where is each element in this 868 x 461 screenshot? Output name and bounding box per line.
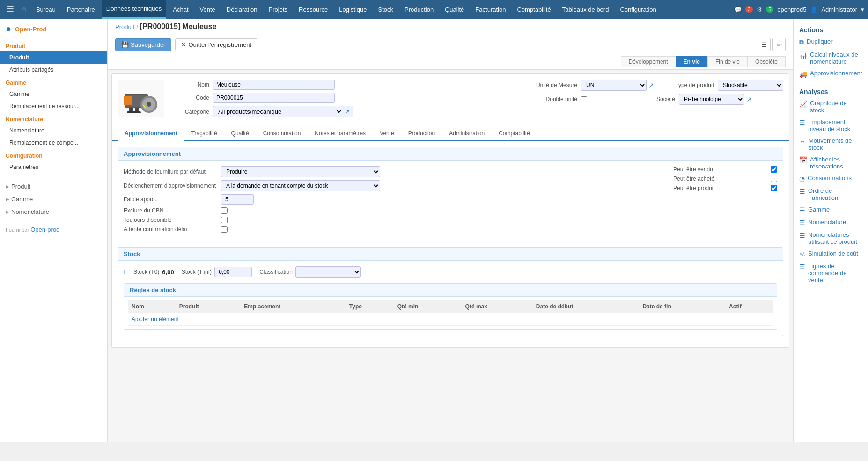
calc-icon: 📊 bbox=[799, 51, 807, 59]
navbar-stock[interactable]: Stock bbox=[373, 0, 398, 19]
navbar-bureau[interactable]: Bureau bbox=[31, 0, 60, 19]
societe-select[interactable]: Pi-Technologie bbox=[679, 94, 744, 105]
close-icon: ✕ bbox=[181, 41, 186, 48]
tab-consommation[interactable]: Consommation bbox=[256, 126, 308, 141]
attente-checkbox[interactable] bbox=[221, 226, 228, 233]
peut-produit-checkbox[interactable] bbox=[771, 185, 777, 191]
sidebar-item-remplacement-ressource[interactable]: Remplacement de ressour... bbox=[0, 100, 107, 112]
navbar-ressource[interactable]: Ressource bbox=[294, 0, 332, 19]
nom-input[interactable] bbox=[213, 80, 335, 90]
sidebar-group-gamme[interactable]: ▶ Gamme bbox=[0, 193, 107, 205]
tab-administration[interactable]: Administration bbox=[442, 126, 492, 141]
home-icon[interactable]: ⌂ bbox=[19, 5, 29, 15]
analyse-graphique[interactable]: 📈 Graphique de stock bbox=[794, 97, 868, 116]
toujours-label: Toujours disponible bbox=[124, 217, 217, 223]
chat-icon[interactable]: 💬 bbox=[734, 6, 742, 13]
navbar-donnees[interactable]: Données techniques bbox=[102, 0, 167, 19]
peut-vendu-checkbox[interactable] bbox=[771, 166, 777, 173]
classification-label: Classification bbox=[259, 269, 293, 275]
product-form: Nom Code Catégorie All products/mecaniqu… bbox=[111, 73, 789, 348]
unite-external-link[interactable]: ↗ bbox=[648, 81, 654, 89]
list-view-button[interactable]: ☰ bbox=[758, 38, 771, 51]
analyse-nomenclature[interactable]: ☰ Nomenclature bbox=[794, 216, 868, 229]
navbar-logistique[interactable]: Logistique bbox=[334, 0, 371, 19]
action-approvisionnement[interactable]: 🚚 Approvisionnement bbox=[794, 67, 868, 80]
status-obsolete[interactable]: Obsolète bbox=[747, 56, 786, 67]
analyse-gamme[interactable]: ☰ Gamme bbox=[794, 204, 868, 216]
navbar-tableaux[interactable]: Tableaux de bord bbox=[558, 0, 614, 19]
exclure-checkbox[interactable] bbox=[221, 207, 228, 214]
double-unite-checkbox[interactable] bbox=[581, 96, 587, 102]
navbar-production[interactable]: Production bbox=[400, 0, 438, 19]
navbar-vente[interactable]: Vente bbox=[195, 0, 220, 19]
categorie-external-link[interactable]: ↗ bbox=[345, 108, 350, 116]
declenchement-select[interactable]: A la demande en tenant compte du stock S… bbox=[221, 180, 380, 191]
sidebar-item-nomenclature[interactable]: Nomenclature bbox=[0, 124, 107, 137]
footer-link[interactable]: Open-prod bbox=[30, 226, 59, 233]
navbar-configuration[interactable]: Configuration bbox=[615, 0, 661, 19]
analyse-simulation[interactable]: ⚖ Simulation de coût bbox=[794, 248, 868, 260]
peut-achete-checkbox[interactable] bbox=[771, 176, 777, 182]
stock-tinf-input[interactable] bbox=[214, 267, 252, 277]
sidebar-group-nomenclature[interactable]: ▶ Nomenclature bbox=[0, 205, 107, 218]
classification-select[interactable] bbox=[295, 266, 361, 278]
code-input[interactable] bbox=[213, 93, 335, 103]
navbar-achat[interactable]: Achat bbox=[168, 0, 193, 19]
sidebar-item-remplacement-compo[interactable]: Remplacement de compo... bbox=[0, 137, 107, 149]
analyse-nomenclatures-produit[interactable]: ☰ Nomenclatures utilisant ce produit bbox=[794, 229, 868, 248]
col-nom: Nom bbox=[128, 300, 176, 313]
faible-input[interactable] bbox=[221, 194, 254, 205]
menu-icon[interactable]: ☰ bbox=[4, 4, 17, 15]
gear-icon[interactable]: ⚙ bbox=[757, 6, 762, 13]
status-fin-vie[interactable]: Fin de vie bbox=[707, 56, 748, 67]
quit-button[interactable]: ✕ Quitter l'enregistrement bbox=[175, 38, 257, 51]
sidebar-item-produit[interactable]: Produit bbox=[0, 51, 107, 64]
analyse-emplacement[interactable]: ☰ Emplacement niveau de stock bbox=[794, 116, 868, 135]
tab-tracabilite[interactable]: Traçabilité bbox=[184, 126, 224, 141]
admin-label[interactable]: Administrator bbox=[821, 6, 857, 13]
save-button[interactable]: 💾 Sauvegarder bbox=[115, 38, 171, 51]
analyse-reservations[interactable]: 📅 Afficher les réservations bbox=[794, 154, 868, 172]
analyse-lignes[interactable]: ☰ Lignes de commande de vente bbox=[794, 260, 868, 286]
status-developpement[interactable]: Développement bbox=[621, 56, 676, 67]
toujours-checkbox[interactable] bbox=[221, 217, 228, 223]
navbar-facturation[interactable]: Facturation bbox=[471, 0, 510, 19]
admin-icon[interactable]: 👤 bbox=[810, 6, 817, 13]
tab-production[interactable]: Production bbox=[401, 126, 442, 141]
analyse-of[interactable]: ☰ Ordre de Fabrication bbox=[794, 185, 868, 204]
lignes-icon: ☰ bbox=[799, 263, 805, 271]
societe-external-link[interactable]: ↗ bbox=[746, 95, 752, 103]
tab-vente[interactable]: Vente bbox=[373, 126, 401, 141]
tab-qualite[interactable]: Qualité bbox=[224, 126, 256, 141]
info-icon[interactable]: ℹ bbox=[124, 268, 126, 276]
analyse-consommations[interactable]: ◔ Consommations bbox=[794, 172, 868, 185]
unite-select[interactable]: UN bbox=[581, 80, 647, 91]
sidebar-section-produit: Produit bbox=[0, 39, 107, 51]
tab-comptabilite[interactable]: Comptabilité bbox=[492, 126, 537, 141]
navbar-declaration[interactable]: Déclaration bbox=[222, 0, 262, 19]
tab-notes[interactable]: Notes et paramètres bbox=[308, 126, 373, 141]
type-produit-select[interactable]: Stockable bbox=[718, 80, 783, 91]
edit-view-button[interactable]: ✏ bbox=[772, 38, 786, 51]
breadcrumb-parent[interactable]: Produit bbox=[115, 23, 134, 30]
analyse-mouvements[interactable]: ↔ Mouvements de stock bbox=[794, 135, 868, 154]
status-en-vie[interactable]: En vie bbox=[676, 56, 708, 67]
field-unite: Unité de Mesure UN ↗ Type de produit Sto… bbox=[521, 80, 783, 91]
tab-approvisionnement[interactable]: Approvisionnement bbox=[118, 126, 184, 141]
methode-select[interactable]: Produire Acheter Sous-traiter bbox=[221, 166, 380, 177]
categorie-select[interactable]: All products/mecanique bbox=[216, 108, 343, 116]
action-calcul[interactable]: 📊 Calcul niveaux de nomenclature bbox=[794, 49, 868, 67]
sidebar-item-gamme[interactable]: Gamme bbox=[0, 88, 107, 100]
stock-t0-value: 6,00 bbox=[162, 269, 174, 276]
sidebar-section-nomenclature: Nomenclature bbox=[0, 112, 107, 124]
dropdown-icon[interactable]: ▾ bbox=[861, 6, 864, 13]
navbar-comptabilite[interactable]: Comptabilité bbox=[512, 0, 555, 19]
add-element-link[interactable]: Ajouter un élément bbox=[132, 316, 179, 322]
navbar-qualite[interactable]: Qualité bbox=[440, 0, 469, 19]
navbar-projets[interactable]: Projets bbox=[264, 0, 292, 19]
sidebar-item-attributs[interactable]: Attributs partagés bbox=[0, 64, 107, 76]
navbar-partenaire[interactable]: Partenaire bbox=[62, 0, 100, 19]
sidebar-item-parametres[interactable]: Paramètres bbox=[0, 161, 107, 173]
action-dupliquer[interactable]: ⧉ Dupliquer bbox=[794, 36, 868, 49]
sidebar-group-produit[interactable]: ▶ Produit bbox=[0, 180, 107, 193]
